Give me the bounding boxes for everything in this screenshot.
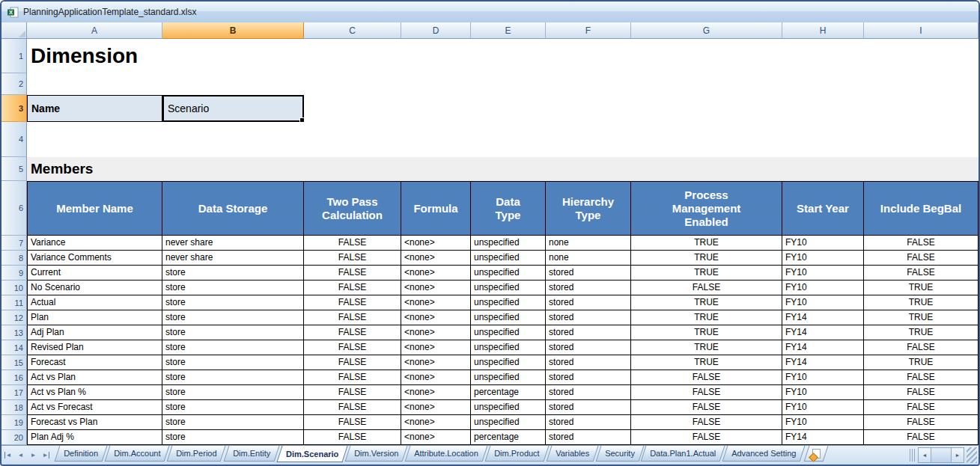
cell-B10[interactable]: store: [162, 280, 304, 295]
cell-D11[interactable]: <none>: [401, 295, 471, 310]
sheet-tab-security[interactable]: Security: [595, 446, 644, 462]
cell-H11[interactable]: FY10: [782, 295, 864, 310]
cell-I10[interactable]: TRUE: [864, 280, 979, 295]
cell-C16[interactable]: FALSE: [304, 370, 401, 385]
cell-G19[interactable]: FALSE: [631, 415, 782, 430]
cell-I17[interactable]: FALSE: [864, 385, 979, 400]
column-header-A[interactable]: A: [27, 22, 162, 39]
cell-G10[interactable]: FALSE: [631, 280, 782, 295]
cell-C18[interactable]: FALSE: [304, 400, 401, 415]
column-header-G[interactable]: G: [631, 22, 782, 39]
cell-C9[interactable]: FALSE: [304, 266, 401, 280]
cell-B18[interactable]: store: [162, 400, 304, 415]
cell-G7[interactable]: TRUE: [631, 236, 782, 251]
scrollbar-thumb[interactable]: [931, 448, 952, 462]
cell-F11[interactable]: stored: [546, 295, 631, 310]
cell-A15[interactable]: Forecast: [27, 355, 162, 370]
row-header-1[interactable]: 1: [1, 39, 27, 73]
column-header-H[interactable]: H: [782, 22, 864, 39]
sheet-tab-data-plan1-actual[interactable]: Data.Plan1.Actual: [641, 446, 725, 462]
members-column-header-F[interactable]: Hierarchy Type: [546, 181, 631, 236]
cell-G15[interactable]: TRUE: [631, 355, 782, 370]
sheet-tab-advanced-setting[interactable]: Advanced Setting: [722, 446, 806, 462]
empty-row-area[interactable]: [27, 122, 979, 157]
cell-B8[interactable]: never share: [162, 251, 304, 266]
cell-D18[interactable]: <none>: [401, 400, 471, 415]
row-header-16[interactable]: 16: [1, 370, 27, 385]
cell-D13[interactable]: <none>: [401, 325, 471, 340]
cell-A20[interactable]: Plan Adj %: [27, 430, 162, 445]
cell-D12[interactable]: <none>: [401, 310, 471, 325]
row-header-3[interactable]: 3: [1, 95, 27, 122]
cell-H14[interactable]: FY14: [782, 340, 864, 355]
cell-A10[interactable]: No Scenario: [27, 280, 162, 295]
members-column-header-D[interactable]: Formula: [401, 181, 471, 236]
sheet-tab-attribute-location[interactable]: Attribute.Location: [405, 446, 487, 462]
cell-C17[interactable]: FALSE: [304, 385, 401, 400]
cell-A9[interactable]: Current: [27, 266, 162, 280]
cell-E12[interactable]: unspecified: [471, 310, 546, 325]
cell-A5-members-heading[interactable]: Members: [27, 157, 979, 181]
cell-D16[interactable]: <none>: [401, 370, 471, 385]
cell-E16[interactable]: unspecified: [471, 370, 546, 385]
cell-C15[interactable]: FALSE: [304, 355, 401, 370]
cell-E7[interactable]: unspecified: [471, 236, 546, 251]
cell-A1-dimension-title[interactable]: Dimension: [27, 39, 979, 73]
cell-I7[interactable]: FALSE: [864, 236, 979, 251]
cell-D8[interactable]: <none>: [401, 251, 471, 266]
cell-E10[interactable]: unspecified: [471, 280, 546, 295]
row-header-10[interactable]: 10: [1, 280, 27, 295]
column-header-D[interactable]: D: [401, 22, 471, 39]
row-header-18[interactable]: 18: [1, 400, 27, 415]
next-sheet-button[interactable]: ►: [27, 446, 40, 465]
empty-row-area[interactable]: [304, 95, 979, 122]
title-bar[interactable]: X PlanningApplicationTemplate_standard.x…: [1, 1, 979, 22]
horizontal-scrollbar[interactable]: ◄ ►: [918, 447, 964, 463]
cell-I11[interactable]: TRUE: [864, 295, 979, 310]
cell-E20[interactable]: percentage: [471, 430, 546, 445]
first-sheet-button[interactable]: ◄: [1, 446, 14, 465]
cell-E13[interactable]: unspecified: [471, 325, 546, 340]
cell-I13[interactable]: TRUE: [864, 325, 979, 340]
cell-C8[interactable]: FALSE: [304, 251, 401, 266]
cell-A8[interactable]: Variance Comments: [27, 251, 162, 266]
cell-A12[interactable]: Plan: [27, 310, 162, 325]
row-header-20[interactable]: 20: [1, 430, 27, 445]
cell-D14[interactable]: <none>: [401, 340, 471, 355]
cell-G18[interactable]: FALSE: [631, 400, 782, 415]
cell-A17[interactable]: Act vs Plan %: [27, 385, 162, 400]
cell-F15[interactable]: stored: [546, 355, 631, 370]
cell-A18[interactable]: Act vs Forecast: [27, 400, 162, 415]
cell-D17[interactable]: <none>: [401, 385, 471, 400]
sheet-tab-dim-product[interactable]: Dim.Product: [485, 446, 549, 462]
members-column-header-A[interactable]: Member Name: [27, 181, 162, 236]
previous-sheet-button[interactable]: ◄: [14, 446, 27, 465]
cell-B17[interactable]: store: [162, 385, 304, 400]
row-header-2[interactable]: 2: [1, 73, 27, 95]
cell-E17[interactable]: percentage: [471, 385, 546, 400]
cell-E9[interactable]: unspecified: [471, 266, 546, 280]
cell-E14[interactable]: unspecified: [471, 340, 546, 355]
cell-C12[interactable]: FALSE: [304, 310, 401, 325]
row-header-12[interactable]: 12: [1, 310, 27, 325]
cell-A13[interactable]: Adj Plan: [27, 325, 162, 340]
cell-G20[interactable]: FALSE: [631, 430, 782, 445]
row-header-13[interactable]: 13: [1, 325, 27, 340]
row-header-4[interactable]: 4: [1, 122, 27, 157]
cell-F20[interactable]: stored: [546, 430, 631, 445]
cell-B9[interactable]: store: [162, 266, 304, 280]
cell-B15[interactable]: store: [162, 355, 304, 370]
cell-G8[interactable]: TRUE: [631, 251, 782, 266]
scroll-right-button[interactable]: ►: [952, 448, 964, 462]
cell-B14[interactable]: store: [162, 340, 304, 355]
cell-C13[interactable]: FALSE: [304, 325, 401, 340]
cell-H9[interactable]: FY10: [782, 266, 864, 280]
cell-C10[interactable]: FALSE: [304, 280, 401, 295]
cell-B16[interactable]: store: [162, 370, 304, 385]
cell-I15[interactable]: TRUE: [864, 355, 979, 370]
cell-F12[interactable]: stored: [546, 310, 631, 325]
cell-F10[interactable]: stored: [546, 280, 631, 295]
cell-B3-active-cell[interactable]: Scenario: [162, 95, 304, 122]
sheet-tab-dim-account[interactable]: Dim.Account: [104, 446, 169, 462]
cell-F7[interactable]: none: [546, 236, 631, 251]
